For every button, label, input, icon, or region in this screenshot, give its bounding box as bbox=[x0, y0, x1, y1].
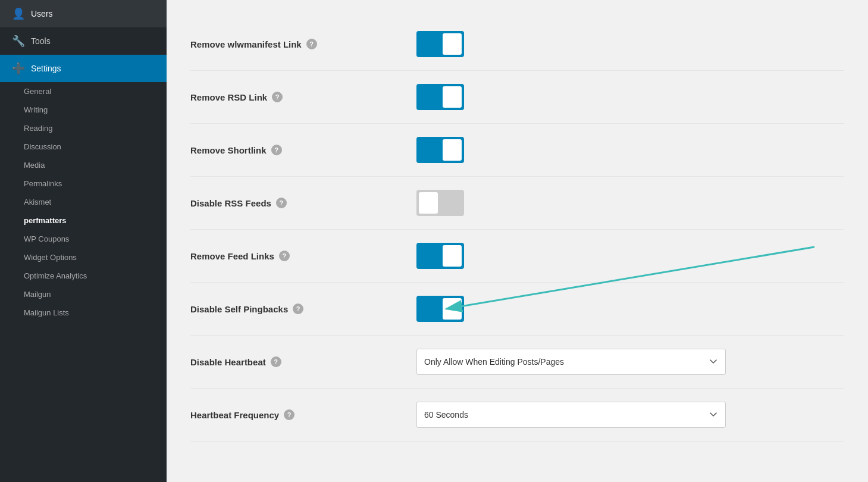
sidebar-sub-item-reading[interactable]: Reading bbox=[0, 119, 167, 137]
toggle-knob-remove-feed-links bbox=[443, 245, 462, 267]
settings-label-disable-heartbeat: Disable Heartbeat ? bbox=[190, 356, 416, 367]
settings-row-disable-self-pingbacks: Disable Self Pingbacks ? bbox=[190, 283, 844, 336]
label-text-remove-feed-links: Remove Feed Links bbox=[190, 251, 274, 261]
settings-row-disable-rss-feeds: Disable RSS Feeds ? bbox=[190, 177, 844, 230]
toggle-remove-wlwmanifest[interactable] bbox=[416, 31, 464, 57]
settings-label-heartbeat-frequency: Heartbeat Frequency ? bbox=[190, 409, 416, 420]
label-text-remove-rsd-link: Remove RSD Link bbox=[190, 92, 267, 102]
settings-label-remove-shortlink: Remove Shortlink ? bbox=[190, 145, 416, 155]
settings-row-remove-wlwmanifest: Remove wlwmanifest Link ? bbox=[190, 18, 844, 71]
settings-label-disable-rss-feeds: Disable RSS Feeds ? bbox=[190, 198, 416, 208]
settings-label-remove-wlwmanifest: Remove wlwmanifest Link ? bbox=[190, 39, 416, 49]
toggle-knob-disable-self-pingbacks bbox=[443, 298, 462, 320]
sidebar-sub-item-perfmatters[interactable]: perfmatters bbox=[0, 211, 167, 230]
main-content: Remove wlwmanifest Link ? Remove RSD Lin… bbox=[167, 0, 868, 482]
sidebar-item-label: Users bbox=[31, 9, 53, 18]
sidebar-item-tools[interactable]: 🔧 Tools bbox=[0, 27, 167, 55]
sidebar-sub-item-widget-options[interactable]: Widget Options bbox=[0, 248, 167, 267]
label-text-remove-wlwmanifest: Remove wlwmanifest Link bbox=[190, 39, 302, 49]
settings-row-remove-rsd-link: Remove RSD Link ? bbox=[190, 71, 844, 124]
settings-label-remove-rsd-link: Remove RSD Link ? bbox=[190, 92, 416, 102]
help-icon-remove-shortlink[interactable]: ? bbox=[271, 145, 282, 155]
sidebar-item-label: Tools bbox=[31, 36, 51, 46]
label-text-disable-self-pingbacks: Disable Self Pingbacks bbox=[190, 304, 288, 314]
help-icon-remove-rsd-link[interactable]: ? bbox=[272, 92, 283, 102]
sidebar-sub-item-mailgun-lists[interactable]: Mailgun Lists bbox=[0, 303, 167, 322]
sidebar-item-label: Settings bbox=[31, 64, 61, 73]
help-icon-remove-feed-links[interactable]: ? bbox=[279, 251, 290, 261]
sidebar-item-users[interactable]: 👤 Users bbox=[0, 0, 167, 27]
sidebar-sub-item-wp-coupons[interactable]: WP Coupons bbox=[0, 230, 167, 248]
settings-label-disable-self-pingbacks: Disable Self Pingbacks ? bbox=[190, 303, 416, 314]
select-disable-heartbeat[interactable]: Only Allow When Editing Posts/PagesDisab… bbox=[416, 349, 726, 375]
toggle-knob-remove-wlwmanifest bbox=[443, 33, 462, 55]
label-text-disable-rss-feeds: Disable RSS Feeds bbox=[190, 198, 271, 208]
sidebar-sub-item-discussion[interactable]: Discussion bbox=[0, 137, 167, 156]
sidebar-item-settings[interactable]: ➕ Settings bbox=[0, 55, 167, 82]
label-text-disable-heartbeat: Disable Heartbeat bbox=[190, 357, 266, 367]
settings-row-heartbeat-frequency: Heartbeat Frequency ? 15 Seconds30 Secon… bbox=[190, 389, 844, 442]
toggle-knob-disable-rss-feeds bbox=[419, 192, 438, 214]
sidebar-sub-item-permalinks[interactable]: Permalinks bbox=[0, 174, 167, 193]
help-icon-disable-heartbeat[interactable]: ? bbox=[271, 356, 281, 367]
label-text-heartbeat-frequency: Heartbeat Frequency bbox=[190, 410, 279, 420]
toggle-disable-rss-feeds[interactable] bbox=[416, 190, 464, 216]
settings-icon: ➕ bbox=[12, 62, 25, 75]
sidebar-sub-item-writing[interactable]: Writing bbox=[0, 101, 167, 119]
sidebar-sub-item-general[interactable]: General bbox=[0, 82, 167, 101]
sidebar: 👤 Users 🔧 Tools ➕ Settings GeneralWritin… bbox=[0, 0, 167, 482]
sidebar-sub-item-media[interactable]: Media bbox=[0, 156, 167, 174]
toggle-remove-shortlink[interactable] bbox=[416, 137, 464, 163]
sidebar-sub-item-mailgun[interactable]: Mailgun bbox=[0, 285, 167, 303]
help-icon-remove-wlwmanifest[interactable]: ? bbox=[306, 39, 317, 49]
toggle-remove-rsd-link[interactable] bbox=[416, 84, 464, 110]
help-icon-disable-self-pingbacks[interactable]: ? bbox=[293, 303, 303, 314]
help-icon-disable-rss-feeds[interactable]: ? bbox=[276, 198, 287, 208]
sidebar-sub-item-akismet[interactable]: Akismet bbox=[0, 193, 167, 211]
settings-row-disable-heartbeat: Disable Heartbeat ? Only Allow When Edit… bbox=[190, 336, 844, 389]
toggle-knob-remove-rsd-link bbox=[443, 86, 462, 108]
toggle-remove-feed-links[interactable] bbox=[416, 243, 464, 269]
users-icon: 👤 bbox=[12, 7, 25, 20]
settings-label-remove-feed-links: Remove Feed Links ? bbox=[190, 251, 416, 261]
label-text-remove-shortlink: Remove Shortlink bbox=[190, 145, 267, 155]
tools-icon: 🔧 bbox=[12, 35, 25, 48]
settings-row-remove-shortlink: Remove Shortlink ? bbox=[190, 124, 844, 177]
help-icon-heartbeat-frequency[interactable]: ? bbox=[284, 409, 294, 420]
sidebar-sub-item-optimize-analytics[interactable]: Optimize Analytics bbox=[0, 267, 167, 285]
toggle-disable-self-pingbacks[interactable] bbox=[416, 296, 464, 322]
toggle-knob-remove-shortlink bbox=[443, 139, 462, 161]
settings-row-remove-feed-links: Remove Feed Links ? bbox=[190, 230, 844, 283]
select-heartbeat-frequency[interactable]: 15 Seconds30 Seconds45 Seconds60 Seconds… bbox=[416, 402, 726, 428]
